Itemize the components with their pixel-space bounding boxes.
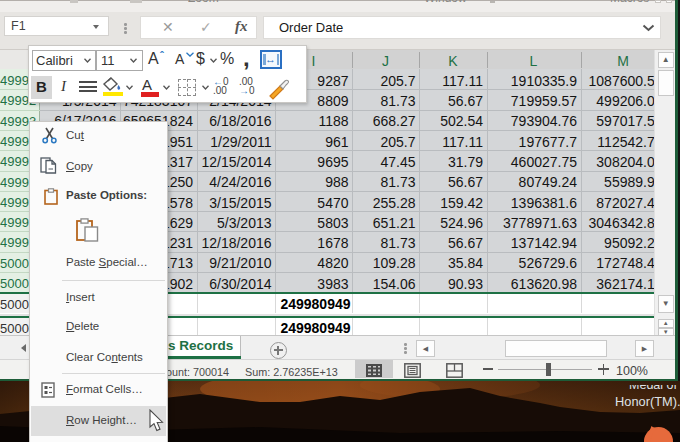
svg-text:Honor(TM).: Honor(TM). xyxy=(615,394,680,409)
